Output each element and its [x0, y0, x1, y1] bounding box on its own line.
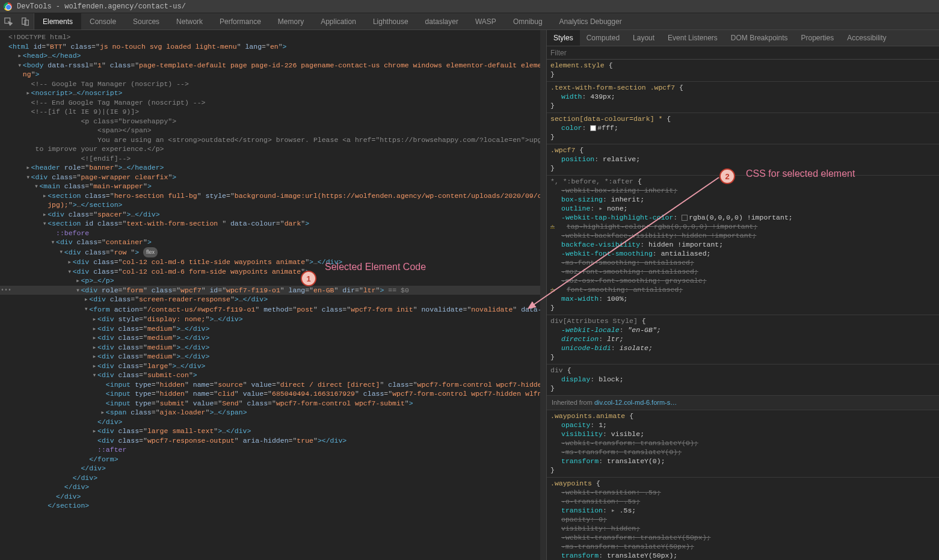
dom-line[interactable]: <html id="BTT" class="js no-touch svg lo…: [0, 42, 546, 52]
tab-performance[interactable]: Performance: [211, 13, 269, 29]
css-rule[interactable]: .text-with-form-section .wpcf7 {width: 4…: [547, 82, 939, 113]
dom-line[interactable]: ▾<body data-rsssl="1" class="page-templa…: [0, 61, 546, 70]
window-title: DevTools - wolfenden.agency/contact-us/: [17, 2, 186, 11]
dom-line[interactable]: ▸<div class="medium">…</div>: [0, 324, 546, 334]
styles-rules-list[interactable]: element.style {}.text-with-form-section …: [547, 60, 939, 560]
dom-line[interactable]: </form>: [0, 455, 546, 464]
dom-line[interactable]: ▸<span class="ajax-loader">…</span>: [0, 408, 546, 417]
styles-filter-row: [547, 46, 939, 60]
dom-line[interactable]: ▸<p>…</p>: [0, 276, 546, 286]
svg-rect-1: [22, 17, 26, 24]
tab-omnibug[interactable]: Omnibug: [505, 13, 551, 29]
dom-line[interactable]: ▾<div class="container">: [0, 238, 546, 247]
dom-line[interactable]: ▸<div class="spacer">…</div>: [0, 210, 546, 220]
dom-line[interactable]: ::before: [0, 229, 546, 238]
tab-network[interactable]: Network: [168, 13, 211, 29]
css-rule[interactable]: section[data-colour=dark] * {color: #fff…: [547, 113, 939, 144]
css-rule[interactable]: .waypoints {-webkit-transition: .5s;-o-t…: [547, 478, 939, 560]
dom-line[interactable]: <input type="hidden" name="source" value…: [0, 380, 546, 390]
dom-line[interactable]: <!-- Google Tag Manager (noscript) -->: [0, 79, 546, 89]
dom-line[interactable]: <!DOCTYPE html>: [0, 32, 546, 42]
dom-line[interactable]: <span></span>: [0, 126, 546, 135]
device-toolbar-icon[interactable]: [17, 13, 34, 29]
dom-line[interactable]: ▸<header role="banner">…</header>: [0, 163, 546, 173]
styles-sidebar: StylesComputedLayoutEvent ListenersDOM B…: [546, 30, 939, 560]
dom-line[interactable]: <!--[if (lt IE 9)|(IE 9)]>: [0, 107, 546, 117]
dom-line[interactable]: ▾<div class="row "> flex: [0, 247, 546, 258]
dom-line[interactable]: ▾<div class="col-12 col-md-6 form-side w…: [0, 267, 546, 277]
styles-tab-dom-breakpoints[interactable]: DOM Breakpoints: [724, 30, 795, 46]
styles-tab-computed[interactable]: Computed: [580, 30, 626, 46]
dom-line[interactable]: <input type="submit" value="Send" class=…: [0, 399, 546, 408]
dom-line[interactable]: ••• ▾<div role="form" class="wpcf7" id="…: [0, 286, 546, 295]
dom-line[interactable]: ▸<div class="col-12 col-md-6 title-side …: [0, 257, 546, 267]
styles-tab-event-listeners[interactable]: Event Listeners: [661, 30, 724, 46]
elements-dom-tree[interactable]: 1 Selected Element Code <!DOCTYPE html><…: [0, 30, 546, 560]
dom-line[interactable]: </div>: [0, 464, 546, 473]
dom-line[interactable]: ▸<div class="medium">…</div>: [0, 333, 546, 343]
dom-line[interactable]: ▸<head>…</head>: [0, 51, 546, 61]
dom-line[interactable]: ▾<form action="/contact-us/#wpcf7-f119-o…: [0, 304, 546, 315]
annotation-text-2: CSS for selected element: [746, 168, 855, 179]
dom-line[interactable]: jpg);">…</section>: [0, 200, 546, 210]
css-rule[interactable]: element.style {}: [547, 60, 939, 82]
dom-line[interactable]: ▾<section id class="text-with-form-secti…: [0, 219, 546, 229]
styles-filter-input[interactable]: [550, 49, 935, 57]
tab-analytics-debugger[interactable]: Analytics Debugger: [551, 13, 630, 29]
window-titlebar: DevTools - wolfenden.agency/contact-us/: [0, 0, 939, 13]
dom-line[interactable]: <div class="wpcf7-response-output" aria-…: [0, 436, 546, 446]
inherited-from-header: Inherited from div.col-12.col-md-6.form-…: [547, 396, 939, 410]
dom-line[interactable]: ::after: [0, 445, 546, 455]
styles-tab-properties[interactable]: Properties: [795, 30, 841, 46]
tab-console[interactable]: Console: [81, 13, 125, 29]
dom-line[interactable]: </div>: [0, 473, 546, 483]
tab-memory[interactable]: Memory: [269, 13, 312, 29]
tab-elements[interactable]: Elements: [34, 13, 81, 29]
tab-wasp[interactable]: WASP: [467, 13, 505, 29]
dom-line[interactable]: ▸<div class="screen-reader-response">…</…: [0, 295, 546, 304]
css-rule[interactable]: div[Attributes Style] {-webkit-locale: "…: [547, 315, 939, 365]
chrome-icon: [4, 2, 12, 11]
dom-line[interactable]: <![endif]-->: [0, 154, 546, 164]
dom-line[interactable]: You are using an <strong>outdated</stron…: [0, 135, 546, 145]
dom-line[interactable]: ▾<div class="page-wrapper clearfix">: [0, 173, 546, 182]
dom-line[interactable]: <p class="browsehappy">: [0, 117, 546, 126]
styles-tab-styles[interactable]: Styles: [547, 30, 580, 46]
dom-line[interactable]: ▸<div class="large">…</div>: [0, 362, 546, 371]
annotation-text-1: Selected Element Code: [325, 262, 426, 272]
dom-line[interactable]: </div>: [0, 492, 546, 502]
dom-line[interactable]: ▸<div class="medium">…</div>: [0, 352, 546, 362]
devtools-tabstrip: ElementsConsoleSourcesNetworkPerformance…: [34, 13, 939, 29]
dom-line[interactable]: ▸<div style="display: none;">…</div>: [0, 315, 546, 324]
styles-tab-layout[interactable]: Layout: [626, 30, 661, 46]
dom-line[interactable]: </div>: [0, 417, 546, 427]
inspect-element-icon[interactable]: [0, 13, 17, 29]
dom-line[interactable]: <!-- End Google Tag Manager (noscript) -…: [0, 98, 546, 108]
dom-line[interactable]: ▾<div class="submit-con">: [0, 371, 546, 380]
css-rule[interactable]: .wpcf7 {position: relative;}: [547, 144, 939, 176]
dom-line[interactable]: <input type="hidden" name="clid" value="…: [0, 389, 546, 399]
tab-sources[interactable]: Sources: [125, 13, 168, 29]
dom-line[interactable]: </section>: [0, 501, 546, 511]
dom-line[interactable]: ▸<div class="large small-text">…</div>: [0, 426, 546, 436]
dom-line[interactable]: ▸<noscript>…</noscript>: [0, 88, 546, 98]
styles-tab-accessibility[interactable]: Accessibility: [840, 30, 893, 46]
css-rule[interactable]: *, *:before, *:after {-webkit-box-sizing…: [547, 176, 939, 315]
annotation-badge-1: 1: [301, 271, 316, 286]
dom-line[interactable]: ▸<section class="hero-section full-bg" s…: [0, 191, 546, 201]
styles-tabstrip: StylesComputedLayoutEvent ListenersDOM B…: [547, 30, 939, 46]
tab-lighthouse[interactable]: Lighthouse: [365, 13, 417, 29]
annotation-badge-2: 2: [719, 168, 735, 184]
devtools-toolbar: ElementsConsoleSourcesNetworkPerformance…: [0, 13, 939, 30]
dom-line[interactable]: ▾<main class="main-wrapper">: [0, 182, 546, 191]
css-rule[interactable]: .waypoints.animate {opacity: 1;visibilit…: [547, 410, 939, 478]
dom-line[interactable]: </div>: [0, 482, 546, 492]
dom-line[interactable]: ▸<div class="medium">…</div>: [0, 343, 546, 352]
dom-line[interactable]: ng">: [0, 70, 546, 79]
dom-line[interactable]: to improve your experience.</p>: [0, 144, 546, 154]
css-rule[interactable]: div {display: block;}: [547, 365, 939, 396]
tab-dataslayer[interactable]: dataslayer: [417, 13, 467, 29]
tab-application[interactable]: Application: [312, 13, 365, 29]
